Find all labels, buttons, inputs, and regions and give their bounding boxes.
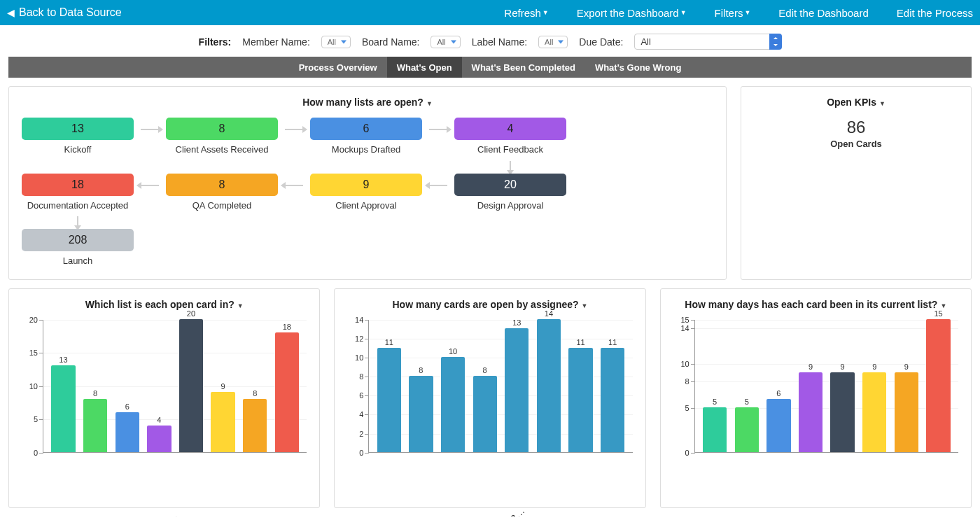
back-link[interactable]: ◀ Back to Data Source xyxy=(7,6,122,19)
arrow-icon xyxy=(285,185,303,186)
flow-box[interactable]: 8 xyxy=(166,118,278,140)
bar-value-label: 8 xyxy=(483,366,487,374)
flow-cell: 8QA Completed xyxy=(166,174,278,211)
edit-process-link[interactable]: Edit the Process xyxy=(897,7,973,19)
bar-value-label: 9 xyxy=(221,382,225,391)
ytick-label: 12 xyxy=(349,335,363,343)
bar-value-label: 10 xyxy=(449,347,457,356)
refresh-menu[interactable]: Refresh▼ xyxy=(504,7,548,19)
label-select[interactable]: All xyxy=(538,36,568,48)
flow-box[interactable]: 20 xyxy=(454,174,566,196)
chevron-down-icon: ▼ xyxy=(940,302,946,309)
chart-title[interactable]: Which list is each open card in?▼ xyxy=(22,299,307,310)
tab-process-overview[interactable]: Process Overview xyxy=(289,57,387,78)
chart-bar[interactable] xyxy=(926,319,950,452)
flow-label: Mockups Drafted xyxy=(310,144,422,155)
gridline xyxy=(43,320,307,321)
flow-box[interactable]: 13 xyxy=(22,118,134,140)
arrow-icon xyxy=(510,161,511,171)
bar-value-label: 8 xyxy=(93,389,97,398)
arrow-icon xyxy=(141,185,159,186)
flow-cell: 8Client Assets Received xyxy=(166,118,278,155)
ytick-label: 0 xyxy=(24,449,38,457)
flow-box[interactable]: 8 xyxy=(166,174,278,196)
chart-bar[interactable] xyxy=(441,357,465,452)
chart-bar[interactable] xyxy=(211,392,234,452)
ytick-label: 0 xyxy=(349,449,363,457)
chart-bar[interactable] xyxy=(703,407,727,451)
chart-title[interactable]: How many cards are open by assignee?▼ xyxy=(347,299,632,310)
chart-bar[interactable] xyxy=(179,319,203,452)
bar-value-label: 20 xyxy=(187,309,195,318)
flow-label: Documentation Accepted xyxy=(22,200,134,211)
chart-bar[interactable] xyxy=(377,348,401,452)
due-select[interactable]: All xyxy=(634,34,781,50)
chart-bar[interactable] xyxy=(537,319,561,452)
chevron-down-icon: ▼ xyxy=(542,9,549,16)
chart-bar[interactable] xyxy=(473,376,497,452)
chart-bar[interactable] xyxy=(766,399,790,452)
board-select[interactable]: All xyxy=(430,36,460,48)
chart-bar[interactable] xyxy=(409,376,433,452)
chart-bar[interactable] xyxy=(735,407,759,451)
gridline xyxy=(43,386,307,387)
due-select-stepper[interactable] xyxy=(769,34,782,50)
chart-bar[interactable] xyxy=(862,372,886,452)
ytick-label: 14 xyxy=(676,324,690,332)
chevron-down-icon: ▼ xyxy=(426,100,433,107)
bar-value-label: 18 xyxy=(283,323,291,331)
flow-cell: 208Launch xyxy=(22,229,134,267)
filters-menu[interactable]: Filters▼ xyxy=(715,7,751,19)
flow-label: Design Approval xyxy=(454,200,566,211)
flow-cell: 9Client Approval xyxy=(310,174,422,211)
chart-bar[interactable] xyxy=(147,426,171,452)
flow-box[interactable]: 6 xyxy=(310,118,422,140)
chart-bar[interactable] xyxy=(799,372,822,452)
bar-value-label: 9 xyxy=(841,363,845,371)
flow-box[interactable]: 4 xyxy=(454,118,566,140)
gridline xyxy=(695,364,958,365)
flow-box[interactable]: 18 xyxy=(22,174,134,196)
flow-box[interactable]: 9 xyxy=(310,174,422,196)
bar-value-label: 5 xyxy=(745,398,749,406)
chart-bar[interactable] xyxy=(115,412,139,452)
export-menu[interactable]: Export the Dashboard▼ xyxy=(577,7,687,19)
flow-grid: 13Kickoff8Client Assets Received6Mockups… xyxy=(22,118,713,267)
member-select[interactable]: All xyxy=(321,36,351,48)
chart-bar[interactable] xyxy=(51,365,75,452)
member-label: Member Name: xyxy=(242,36,309,48)
chart-panel: How many days has each card been in its … xyxy=(660,288,972,508)
tab-strip: Process Overview What's Open What's Been… xyxy=(8,57,972,78)
back-label: Back to Data Source xyxy=(19,6,122,19)
chevron-down-icon: ▼ xyxy=(744,9,750,16)
chart-area: 058101415556999915 xyxy=(694,320,958,453)
arrow-icon xyxy=(429,129,447,130)
ytick-label: 4 xyxy=(349,410,363,419)
ytick-label: 10 xyxy=(24,382,38,391)
chart-bar[interactable] xyxy=(505,328,528,451)
chart-bar[interactable] xyxy=(83,399,107,452)
bar-value-label: 6 xyxy=(125,402,130,411)
chevron-down-icon: ▼ xyxy=(680,9,687,16)
bar-value-label: 13 xyxy=(512,318,521,327)
tab-whats-wrong[interactable]: What's Gone Wrong xyxy=(585,57,691,78)
tab-whats-open[interactable]: What's Open xyxy=(387,57,462,78)
tab-whats-completed[interactable]: What's Been Completed xyxy=(462,57,585,78)
flow-box[interactable]: 208 xyxy=(22,229,134,251)
flow-title[interactable]: How many lists are open?▼ xyxy=(22,97,713,108)
ytick-label: 15 xyxy=(24,349,38,357)
bar-value-label: 13 xyxy=(59,356,67,364)
ytick-label: 15 xyxy=(676,316,690,324)
filter-row: Filters: Member Name: All Board Name: Al… xyxy=(0,25,980,57)
flow-panel: How many lists are open?▼ 13Kickoff8Clie… xyxy=(8,86,727,280)
ytick-label: 8 xyxy=(676,377,690,386)
kpi-title[interactable]: Open KPIs▼ xyxy=(754,97,958,108)
chart-title[interactable]: How many days has each card been in its … xyxy=(673,299,958,310)
chart-bar[interactable] xyxy=(830,372,854,452)
edit-dashboard-link[interactable]: Edit the Dashboard xyxy=(778,7,868,19)
bar-value-label: 8 xyxy=(253,389,257,398)
bar-value-label: 4 xyxy=(157,416,161,424)
chart-bar[interactable] xyxy=(895,372,918,452)
bar-value-label: 9 xyxy=(808,363,813,371)
filters-title: Filters: xyxy=(199,36,232,48)
